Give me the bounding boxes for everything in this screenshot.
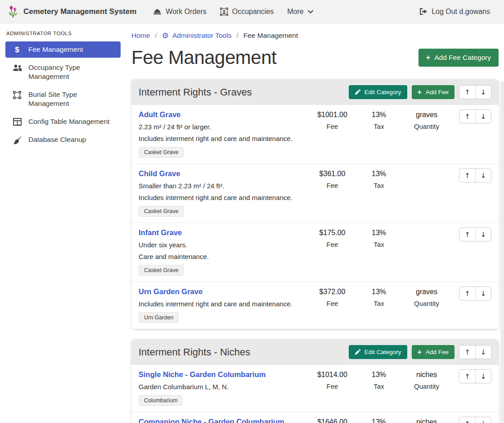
nav-label: Work Orders: [166, 8, 206, 16]
move-fee-down-button[interactable]: ↓: [475, 169, 491, 182]
main-nav: Work Orders Occupancies More: [146, 4, 320, 19]
move-fee-up-button[interactable]: ↑: [459, 417, 475, 423]
fee-reorder-group: ↑ ↓: [459, 417, 491, 423]
add-fee-label: Add Fee: [426, 349, 449, 355]
move-fee-down-button[interactable]: ↓: [475, 110, 491, 123]
fee-row-adult-grave: Adult Grave 2.23 m² / 24 ft² or larger. …: [131, 105, 499, 164]
main-content: Home / ⚙ Administrator Tools / Fee Manag…: [126, 23, 504, 423]
fee-quantity-cell: [400, 168, 454, 170]
fee-row-single-niche: Single Niche - Garden Columbarium Garden…: [131, 365, 499, 412]
fee-row-infant-grave: Infant Grave Under six years. Care and m…: [131, 223, 499, 282]
category-reorder-group: ↑ ↓: [459, 345, 491, 359]
sidebar-item-fee-management[interactable]: $ Fee Management: [5, 41, 121, 58]
move-category-down-button[interactable]: ↓: [475, 86, 491, 99]
fee-tag: Columbarium: [139, 395, 183, 406]
gear-icon: ⚙: [162, 32, 169, 40]
move-fee-down-button[interactable]: ↓: [475, 417, 491, 423]
fee-tax-label: Tax: [358, 241, 400, 248]
move-fee-up-button[interactable]: ↑: [459, 228, 475, 241]
add-fee-button[interactable]: + Add Fee: [412, 85, 454, 99]
fee-quantity: graves: [400, 288, 454, 296]
plus-icon: +: [426, 55, 430, 60]
fee-description: Under six years.: [139, 241, 306, 249]
logout-button[interactable]: Log Out d.gowans: [412, 4, 497, 19]
category-title: Interment Rights - Niches: [139, 346, 349, 358]
fee-amount-cell: $1001.00 Fee: [306, 109, 358, 130]
edit-category-button[interactable]: Edit Category: [349, 345, 407, 359]
fee-description: Care and maintenance.: [139, 253, 306, 260]
fee-tax-label: Tax: [358, 123, 400, 130]
move-fee-up-button[interactable]: ↑: [459, 169, 475, 182]
fee-amount: $372.00: [306, 288, 358, 296]
fee-description: Includes interment right and care and ma…: [139, 135, 306, 142]
breadcrumb-home-link[interactable]: Home: [131, 32, 150, 40]
plus-icon: +: [418, 350, 422, 355]
fee-quantity-label: Quantity: [400, 300, 454, 307]
nav-occupancies[interactable]: Occupancies: [213, 4, 281, 19]
fee-reorder-group: ↑ ↓: [459, 109, 491, 123]
add-fee-category-button[interactable]: + Add Fee Category: [418, 49, 499, 67]
move-fee-up-button[interactable]: ↑: [459, 370, 475, 383]
vector-square-icon: [12, 91, 22, 99]
breadcrumb-separator: /: [155, 32, 157, 40]
fee-description: Includes interment right and care and ma…: [139, 300, 306, 308]
fee-reorder-group: ↑ ↓: [459, 287, 491, 300]
fee-amount-cell: $1014.00 Fee: [306, 369, 358, 390]
fee-amount-label: Fee: [306, 182, 358, 189]
vertical-scrollbar[interactable]: [500, 81, 504, 423]
app-title: Cemetery Management System: [23, 7, 136, 16]
move-category-up-button[interactable]: ↑: [459, 346, 475, 359]
category-title: Interment Rights - Graves: [139, 86, 349, 98]
nav-more-dropdown[interactable]: More: [280, 4, 320, 19]
fee-name-link[interactable]: Child Grave: [139, 169, 180, 178]
fee-amount-cell: $1646.00 Fee: [306, 417, 358, 423]
users-icon: [12, 64, 22, 72]
move-fee-down-button[interactable]: ↓: [475, 228, 491, 241]
fee-name-link[interactable]: Infant Grave: [139, 228, 182, 237]
fee-tax-label: Tax: [358, 382, 400, 390]
fee-tax: 13%: [358, 371, 400, 379]
move-fee-up-button[interactable]: ↑: [459, 287, 475, 300]
fee-description: Smaller than 2.23 m² / 24 ft².: [139, 182, 306, 190]
fee-quantity-label: Quantity: [400, 382, 454, 390]
move-fee-down-button[interactable]: ↓: [475, 370, 491, 383]
sidebar-item-database-cleanup[interactable]: Database Cleanup: [5, 132, 121, 148]
fee-row-urn-garden-grave: Urn Garden Grave Includes interment righ…: [131, 282, 499, 329]
fee-quantity-cell: [400, 227, 454, 229]
fee-amount-label: Fee: [306, 300, 358, 307]
table-icon: [12, 118, 22, 126]
fee-description: 2.23 m² / 24 ft² or larger.: [139, 123, 306, 131]
fee-name-link[interactable]: Adult Grave: [139, 110, 181, 119]
move-fee-up-button[interactable]: ↑: [459, 110, 475, 123]
sidebar-item-burial-site-type-management[interactable]: Burial Site Type Management: [5, 86, 121, 112]
edit-category-button[interactable]: Edit Category: [349, 85, 407, 99]
add-fee-category-label: Add Fee Category: [434, 54, 491, 62]
fee-reorder-group: ↑ ↓: [459, 369, 491, 383]
fee-name-link[interactable]: Single Niche - Garden Columbarium: [139, 370, 266, 379]
move-category-up-button[interactable]: ↑: [459, 86, 475, 99]
nav-work-orders[interactable]: Work Orders: [146, 4, 213, 19]
breadcrumb-admin-tools-link[interactable]: ⚙ Administrator Tools: [162, 32, 232, 40]
add-fee-label: Add Fee: [426, 89, 449, 96]
sidebar-heading: ADMINISTRATOR TOOLS: [5, 31, 121, 41]
fee-tax: 13%: [358, 229, 400, 237]
sidebar-item-occupancy-type-management[interactable]: Occupancy Type Management: [5, 59, 121, 85]
sidebar-item-label: Config Table Management: [28, 117, 110, 126]
app-brand[interactable]: Cemetery Management System: [7, 5, 136, 18]
fee-name-link[interactable]: Urn Garden Grave: [139, 287, 202, 296]
add-fee-button[interactable]: + Add Fee: [412, 345, 454, 359]
fee-amount: $175.00: [306, 229, 358, 237]
fee-name-link[interactable]: Companion Niche - Garden Columbarium: [139, 418, 284, 423]
tulip-logo-icon: [7, 5, 19, 18]
fee-quantity-cell: niches Quantity: [400, 417, 454, 423]
fee-quantity: niches: [400, 371, 454, 379]
nav-label: Occupancies: [232, 8, 274, 16]
breadcrumb-separator: /: [236, 32, 238, 40]
category-reorder-group: ↑ ↓: [459, 85, 491, 99]
fee-amount-label: Fee: [306, 382, 358, 390]
move-category-down-button[interactable]: ↓: [475, 346, 491, 359]
fee-amount-cell: $175.00 Fee: [306, 227, 358, 248]
sidebar-item-config-table-management[interactable]: Config Table Management: [5, 114, 121, 130]
fee-amount: $1014.00: [306, 371, 358, 379]
move-fee-down-button[interactable]: ↓: [475, 287, 491, 300]
